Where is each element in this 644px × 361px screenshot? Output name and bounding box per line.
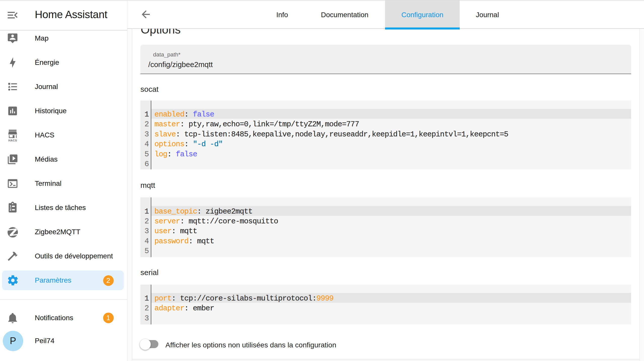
- svg-text:HACS: HACS: [8, 139, 17, 142]
- svg-text:1: 1: [10, 205, 11, 208]
- svg-text:2: 2: [10, 208, 11, 212]
